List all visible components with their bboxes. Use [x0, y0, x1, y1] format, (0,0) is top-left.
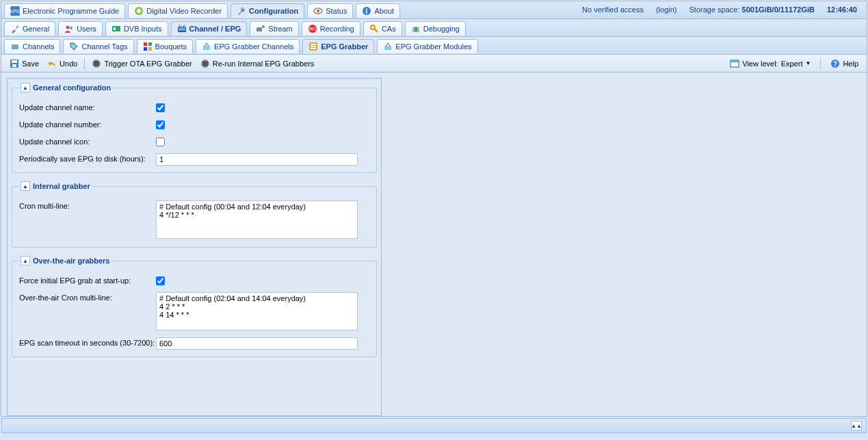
svg-text:?: ?	[833, 60, 837, 68]
tab-cas[interactable]: CAs	[363, 21, 402, 36]
tab-bouquets[interactable]: Bouquets	[137, 39, 193, 53]
svg-rect-30	[384, 46, 391, 50]
tv-icon	[177, 24, 187, 34]
svg-rect-28	[311, 46, 316, 47]
toolbar: Save Undo Trigger OTA EPG Grabber Re-run…	[1, 55, 867, 73]
checkbox-update-channel-icon[interactable]	[156, 138, 165, 146]
help-label: Help	[843, 60, 858, 68]
svg-point-15	[262, 25, 265, 28]
tab-label: Channel / EPG	[189, 25, 241, 33]
collapse-icon[interactable]: ▲	[21, 256, 30, 266]
fieldset-title: General configuration	[33, 83, 111, 92]
rerun-internal-button[interactable]: Re-run Internal EPG Grabbers	[196, 57, 319, 70]
input-save-epg-hours[interactable]	[156, 153, 358, 166]
content-area: ▲ General configuration Update channel n…	[1, 73, 867, 416]
tab-debugging[interactable]: Debugging	[405, 21, 466, 36]
tab-label: Channel Tags	[81, 42, 127, 51]
svg-point-9	[70, 27, 73, 29]
checkbox-force-initial[interactable]	[156, 276, 165, 285]
undo-icon	[47, 59, 57, 68]
help-button[interactable]: ? Help	[826, 57, 863, 70]
svg-point-3	[137, 9, 141, 13]
bug-icon	[411, 24, 421, 34]
tab-epg-grabber-channels[interactable]: EPG Grabber Channels	[196, 39, 300, 53]
undo-button[interactable]: Undo	[43, 57, 81, 70]
tab-general[interactable]: General	[4, 21, 55, 36]
collapse-icon[interactable]: ▲	[21, 181, 30, 191]
tab-epg[interactable]: EPG Electronic Programme Guide	[4, 3, 125, 18]
view-level-button[interactable]: View level: Expert ▼	[726, 57, 815, 70]
svg-rect-21	[144, 42, 147, 46]
tab-status[interactable]: Status	[307, 3, 353, 18]
label-epg-timeout: EPG scan timeout in seconds (30-7200):	[19, 337, 156, 347]
label-update-channel-number: Update channel number:	[19, 119, 156, 129]
svg-rect-29	[311, 48, 316, 49]
svg-point-5	[317, 10, 319, 12]
tab-channels[interactable]: Channels	[4, 39, 60, 53]
dvr-icon	[134, 6, 144, 16]
storage-info: Storage space: 5001GiB/0/11172GiB	[689, 5, 814, 14]
tools-icon	[10, 24, 20, 34]
collapse-icon[interactable]: ▲	[21, 83, 30, 92]
trigger-label: Trigger OTA EPG Grabber	[104, 60, 192, 68]
svg-rect-20	[12, 44, 18, 49]
chip-icon	[92, 59, 101, 68]
view-icon	[730, 59, 739, 68]
help-icon: ?	[830, 59, 840, 68]
info-icon: i	[362, 6, 371, 16]
label-ota-cron: Over-the-air Cron multi-line:	[19, 292, 156, 302]
separator	[84, 58, 85, 69]
tab-label: Recording	[320, 25, 354, 33]
svg-rect-24	[148, 47, 152, 51]
tab-label: Stream	[268, 25, 292, 33]
expand-button[interactable]: ▲▲	[851, 421, 862, 430]
svg-rect-37	[731, 60, 739, 62]
textarea-ota-cron[interactable]	[156, 292, 358, 331]
tab-about[interactable]: i About	[356, 3, 400, 18]
checkbox-update-channel-name[interactable]	[156, 103, 165, 112]
tab-label: About	[374, 7, 394, 15]
tab-label: CAs	[382, 25, 396, 33]
tab-label: Bouquets	[155, 42, 187, 51]
tab-label: Digital Video Recorder	[146, 7, 222, 15]
input-epg-timeout[interactable]	[156, 337, 358, 350]
textarea-internal-cron[interactable]	[156, 200, 358, 239]
view-level-value: Expert	[781, 60, 803, 68]
svg-rect-25	[203, 46, 210, 50]
separator	[820, 58, 821, 69]
tab-epg-grabber-modules[interactable]: EPG Grabber Modules	[377, 39, 477, 53]
save-button[interactable]: Save	[5, 57, 43, 70]
tab-stream[interactable]: Stream	[250, 21, 298, 36]
svg-text:i: i	[366, 8, 368, 15]
tab-channel-tags[interactable]: Channel Tags	[63, 39, 133, 53]
access-status: No verified access	[582, 5, 644, 14]
tab-users[interactable]: Users	[58, 21, 103, 36]
tab-dvr[interactable]: Digital Video Recorder	[128, 3, 228, 18]
card-icon	[111, 24, 121, 34]
trigger-ota-button[interactable]: Trigger OTA EPG Grabber	[88, 57, 196, 70]
tab-channel-epg[interactable]: Channel / EPG	[171, 21, 248, 36]
svg-rect-22	[148, 42, 152, 46]
checkbox-update-channel-number[interactable]	[156, 120, 165, 129]
tab-dvb-inputs[interactable]: DVB Inputs	[105, 21, 168, 36]
fieldset-title: Internal grabber	[33, 182, 90, 190]
tab-configuration[interactable]: Configuration	[231, 3, 304, 18]
epg-icon: EPG	[10, 6, 20, 16]
config-tabstrip: General Users DVB Inputs Channel / EPG S…	[1, 19, 867, 37]
label-update-channel-icon: Update channel icon:	[19, 136, 156, 146]
svg-rect-10	[112, 26, 120, 31]
tab-recording[interactable]: REC Recording	[302, 21, 360, 36]
svg-rect-13	[179, 27, 185, 31]
tab-epg-grabber[interactable]: EPG Grabber	[302, 39, 374, 53]
svg-point-8	[66, 26, 70, 29]
key-icon	[369, 24, 379, 34]
svg-text:EPG: EPG	[10, 9, 20, 14]
main-tabstrip: EPG Electronic Programme Guide Digital V…	[1, 1, 867, 19]
svg-rect-32	[12, 60, 17, 63]
svg-rect-35	[202, 61, 208, 66]
clock: 12:46:40	[827, 5, 857, 14]
tab-label: Configuration	[249, 7, 298, 15]
login-link[interactable]: (login)	[656, 5, 677, 14]
form-panel: ▲ General configuration Update channel n…	[7, 78, 382, 416]
svg-rect-34	[94, 61, 99, 66]
